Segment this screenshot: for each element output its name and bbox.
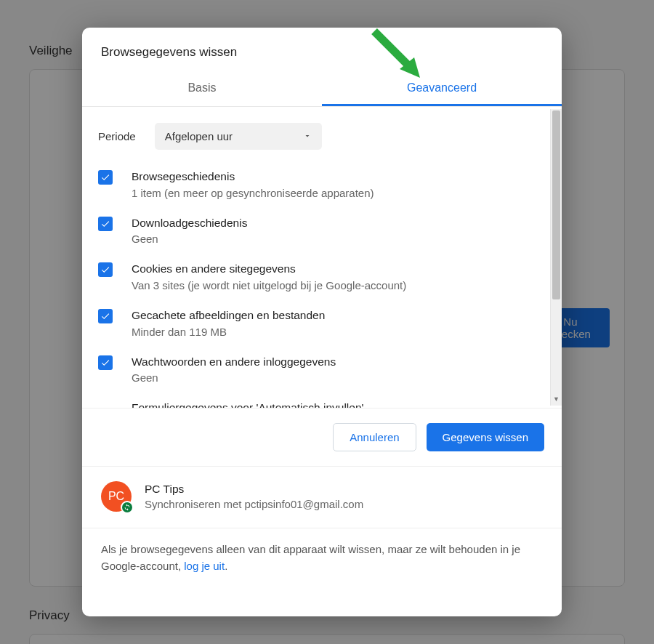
item-passwords[interactable]: Wachtwoorden en andere inloggegevens Gee… bbox=[98, 354, 533, 385]
item-title: Downloadgeschiedenis bbox=[132, 215, 247, 231]
item-sub: Van 3 sites (je wordt niet uitgelogd bij… bbox=[132, 279, 406, 291]
clear-browsing-data-dialog: Browsegegevens wissen Basis Geavanceerd … bbox=[82, 28, 562, 616]
checkbox[interactable] bbox=[98, 170, 113, 185]
caret-down-icon bbox=[303, 130, 312, 142]
checkbox[interactable] bbox=[98, 309, 113, 323]
tab-advanced[interactable]: Geavanceerd bbox=[322, 73, 562, 106]
scrollbar[interactable]: ▼ bbox=[550, 109, 562, 406]
avatar-initials: PC bbox=[108, 490, 124, 503]
item-browsing-history[interactable]: Browsegeschiedenis 1 item (en meer op ge… bbox=[98, 169, 533, 199]
account-name: PC Tips bbox=[145, 483, 363, 496]
dialog-title: Browsegegevens wissen bbox=[82, 28, 562, 73]
account-sub: Synchroniseren met pctipsinfo01@gmail.co… bbox=[145, 498, 363, 510]
item-autofill[interactable]: Formuliergegevens voor 'Automatisch invu… bbox=[98, 400, 533, 408]
checkbox[interactable] bbox=[98, 262, 113, 277]
item-title: Browsegeschiedenis bbox=[132, 169, 374, 185]
avatar: PC bbox=[101, 481, 132, 512]
period-label: Periode bbox=[98, 130, 136, 142]
dialog-buttons: Annuleren Gegevens wissen bbox=[82, 408, 562, 467]
period-select[interactable]: Afgelopen uur bbox=[155, 123, 322, 150]
account-info: PC PC Tips Synchroniseren met pctipsinfo… bbox=[82, 467, 562, 528]
sync-badge-icon bbox=[121, 501, 134, 514]
item-cookies[interactable]: Cookies en andere sitegegevens Van 3 sit… bbox=[98, 261, 533, 291]
item-title: Formuliergegevens voor 'Automatisch invu… bbox=[132, 400, 364, 408]
notice-text: Als je browsegegevens alleen van dit app… bbox=[101, 543, 520, 572]
item-download-history[interactable]: Downloadgeschiedenis Geen bbox=[98, 215, 533, 246]
checkbox[interactable] bbox=[98, 217, 113, 231]
tab-basic[interactable]: Basis bbox=[82, 73, 322, 106]
options-scroll-area: Periode Afgelopen uur Browsegeschiedenis… bbox=[82, 107, 562, 408]
item-cache[interactable]: Gecachete afbeeldingen en bestanden Mind… bbox=[98, 307, 533, 338]
item-title: Cookies en andere sitegegevens bbox=[132, 261, 406, 277]
item-sub: 1 item (en meer op gesynchroniseerde app… bbox=[132, 187, 374, 199]
cancel-button[interactable]: Annuleren bbox=[333, 423, 416, 451]
item-title: Wachtwoorden en andere inloggegevens bbox=[132, 354, 336, 370]
clear-data-button[interactable]: Gegevens wissen bbox=[427, 423, 544, 451]
period-value: Afgelopen uur bbox=[165, 130, 233, 142]
item-sub: Minder dan 119 MB bbox=[132, 326, 325, 338]
item-sub: Geen bbox=[132, 233, 247, 245]
checkbox[interactable] bbox=[98, 355, 113, 370]
signout-link[interactable]: log je uit bbox=[184, 560, 225, 572]
dialog-tabs: Basis Geavanceerd bbox=[82, 73, 562, 107]
scroll-down-icon[interactable]: ▼ bbox=[551, 394, 562, 404]
item-sub: Geen bbox=[132, 371, 336, 384]
scrollbar-thumb[interactable] bbox=[552, 110, 560, 299]
item-title: Gecachete afbeeldingen en bestanden bbox=[132, 307, 325, 323]
signout-notice: Als je browsegegevens alleen van dit app… bbox=[82, 528, 562, 590]
notice-suffix: . bbox=[225, 560, 227, 572]
